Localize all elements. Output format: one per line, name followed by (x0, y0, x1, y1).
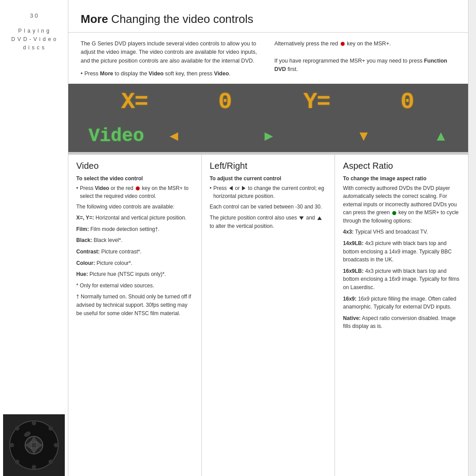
display-0-right: 0 (401, 89, 415, 115)
col-leftright-title: Left/Right (210, 161, 327, 171)
display-x-char: X= (121, 89, 148, 115)
video-bullet1-text: Press Video or the red key on the MSR+ t… (80, 184, 193, 201)
page-title: More Changing the video controls (81, 12, 456, 26)
lr-para2: The picture position control also uses a… (210, 214, 327, 230)
video-item2: Film: Film mode detection setting†. (76, 225, 193, 234)
display-row-2: Video ◄ ► ▼ ▲ (68, 126, 468, 147)
svg-point-10 (48, 460, 53, 464)
video-item4: Contrast: Picture contrast*. (76, 248, 193, 256)
page-title-rest: Changing the video controls (108, 12, 253, 26)
lr-bullet1-text: Press or to change the current control; … (213, 184, 327, 201)
sidebar-title-line2: D V D - V i d e o (11, 36, 56, 42)
video-footnote1: * Only for external video sources. (76, 282, 193, 290)
sidebar: 3 0 P l a y i n g D V D - V i d e o d i … (0, 0, 68, 476)
display-y-char: Y= (303, 89, 330, 115)
display-arrow-down: ▼ (357, 128, 371, 144)
display-arrow-up: ▲ (434, 128, 448, 144)
svg-point-4 (32, 465, 36, 469)
svg-point-6 (54, 443, 58, 447)
intro-bullet: • Press More to display the Video soft k… (81, 70, 262, 78)
ar-item5: Native: Aspect ratio conversion disabled… (343, 314, 460, 331)
tri-up-icon (317, 216, 322, 220)
ar-item4: 16x9: 16x9 picture filling the image. Of… (343, 295, 460, 311)
display-arrow-right: ► (262, 128, 276, 144)
display-video-text: Video (89, 126, 144, 147)
page-number: 3 0 (30, 12, 38, 19)
svg-point-3 (32, 421, 36, 425)
svg-point-9 (15, 460, 19, 464)
ar-para1: With correctly authored DVDs the DVD pla… (343, 184, 460, 225)
video-footnote2: † Normally turned on. Should only be tur… (76, 293, 193, 317)
display-screen: X= 0 Y= 0 Video ◄ ► ▼ ▲ (68, 84, 468, 152)
display-arrow-left: ◄ (167, 128, 181, 144)
red-dot-icon-2 (136, 186, 140, 190)
col-leftright: Left/Right To adjust the current control… (202, 155, 335, 476)
page-title-bold: More (81, 12, 108, 26)
ar-item1: 4x3: Typical VHS and broadcast TV. (343, 228, 460, 236)
tri-down-icon (299, 216, 304, 220)
col-aspectratio: Aspect Ratio To change the image aspect … (335, 155, 468, 476)
display-0-left: 0 (218, 89, 233, 115)
video-item1: X=, Y=: Horizontal and vertical picture … (76, 214, 193, 222)
sidebar-title: P l a y i n g D V D - V i d e o d i s c … (11, 27, 56, 52)
main-content: More Changing the video controls The G S… (68, 0, 468, 476)
right-border (468, 0, 476, 476)
three-column-section: Video To select the video control • Pres… (68, 155, 468, 476)
video-item5: Colour: Picture colour*. (76, 259, 193, 268)
svg-point-5 (10, 443, 14, 447)
col-video-subtitle: To select the video control (76, 175, 193, 182)
tri-right-icon (242, 186, 245, 190)
svg-point-7 (15, 426, 19, 431)
ar-item2: 14x9LB: 4x3 picture with black bars top … (343, 239, 460, 264)
ar-item3: 16x9LB: 4x3 picture with black bars top … (343, 267, 460, 292)
col-aspectratio-title: Aspect Ratio (343, 161, 460, 171)
red-dot-icon (341, 42, 345, 46)
col-leftright-body: • Press or to change the current control… (210, 184, 327, 231)
col-aspectratio-subtitle: To change the image aspect ratio (343, 175, 460, 182)
svg-point-8 (48, 426, 53, 431)
sidebar-title-line1: P l a y i n g (18, 28, 50, 34)
lr-bullet1: • Press or to change the current control… (210, 184, 327, 201)
col-video-body: • Press Video or the red key on the MSR+… (76, 184, 193, 318)
sidebar-title-line3: d i s c s (23, 45, 45, 51)
intro-right-para1: Alternatively press the red key on the M… (275, 40, 456, 48)
bullet-text: Press More to display the Video soft key… (84, 70, 230, 78)
video-para1: The following video controls are availab… (76, 203, 193, 211)
col-video: Video To select the video control • Pres… (68, 155, 202, 476)
page-header: More Changing the video controls (68, 0, 468, 33)
tri-left-icon (229, 186, 233, 190)
intro-left-para: The G Series DVD players include several… (81, 40, 262, 65)
green-dot-icon (392, 211, 396, 215)
sidebar-image (3, 414, 65, 476)
video-bullet1: • Press Video or the red key on the MSR+… (76, 184, 193, 201)
film-reel-icon (7, 419, 60, 472)
col-video-title: Video (76, 161, 193, 171)
intro-right-para2: If you have reprogrammed the MSR+ you ma… (275, 57, 456, 74)
intro-section: The G Series DVD players include several… (68, 33, 468, 84)
intro-left: The G Series DVD players include several… (81, 40, 262, 78)
display-row-1: X= 0 Y= 0 (68, 89, 468, 115)
video-item6: Hue: Picture hue (NTSC inputs only)*. (76, 270, 193, 279)
col-leftright-subtitle: To adjust the current control (210, 175, 327, 182)
col-aspectratio-body: With correctly authored DVDs the DVD pla… (343, 184, 460, 331)
lr-para1: Each control can be varied between -30 a… (210, 203, 327, 211)
video-item3: Black: Black level*. (76, 236, 193, 245)
intro-right: Alternatively press the red key on the M… (275, 40, 456, 78)
